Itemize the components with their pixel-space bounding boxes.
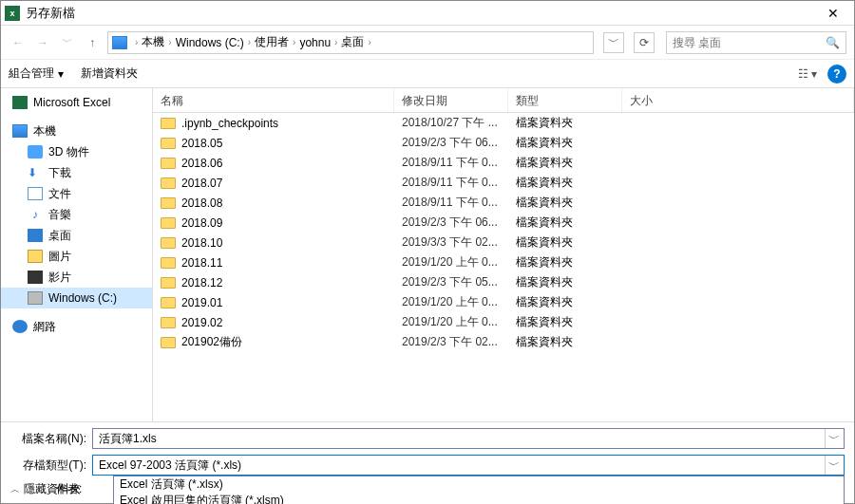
file-date: 2018/9/11 下午 0... [394, 175, 508, 191]
pc-icon [12, 124, 28, 138]
sidebar-item-excel[interactable]: Microsoft Excel [1, 92, 152, 113]
table-row[interactable]: 2018.082018/9/11 下午 0...檔案資料夾 [153, 193, 854, 213]
file-type: 檔案資料夾 [508, 314, 622, 330]
filetype-select[interactable]: Excel 97-2003 活頁簿 (*.xls) ﹀ [92, 455, 845, 476]
breadcrumb-label[interactable]: 桌面 [341, 34, 364, 50]
filename-input[interactable]: 活頁簿1.xls ﹀ [92, 428, 845, 449]
folder-icon [161, 237, 176, 249]
breadcrumb-label[interactable]: 本機 [142, 34, 164, 50]
save-panel: 檔案名稱(N): 活頁簿1.xls ﹀ 存檔類型(T): Excel 97-20… [1, 421, 854, 503]
folder-icon [161, 177, 176, 189]
file-date: 2019/1/20 上午 0... [394, 254, 508, 271]
pc-icon [112, 36, 127, 49]
file-type: 檔案資料夾 [508, 215, 622, 231]
file-type: 檔案資料夾 [508, 274, 622, 290]
filetype-dropdown-list[interactable]: Excel 活頁簿 (*.xlsx)Excel 啟用巨集的活頁簿 (*.xlsm… [113, 476, 845, 504]
column-type[interactable]: 類型 [508, 88, 622, 112]
column-date[interactable]: 修改日期 [394, 88, 508, 112]
sidebar-item-3d[interactable]: 3D 物件 [1, 141, 152, 162]
file-date: 2019/2/3 下午 06... [394, 215, 508, 231]
filetype-option[interactable]: Excel 活頁簿 (*.xlsx) [114, 476, 844, 493]
organize-label: 組合管理 [9, 65, 54, 82]
file-date: 2019/2/3 下午 02... [394, 334, 508, 350]
address-dropdown[interactable]: ﹀ [603, 32, 624, 53]
sidebar-item-label: 下載 [48, 165, 71, 181]
sidebar-item-label: Microsoft Excel [33, 96, 110, 109]
history-dropdown[interactable]: ﹀ [58, 33, 77, 52]
folder-icon [161, 158, 176, 169]
folder-icon [161, 138, 176, 149]
sidebar-item-network[interactable]: 網路 [1, 316, 152, 337]
chevron-right-icon: › [334, 37, 337, 47]
table-row[interactable]: 2018.122019/2/3 下午 05...檔案資料夾 [153, 272, 854, 292]
breadcrumb: yohnu [299, 36, 331, 49]
help-button[interactable]: ? [827, 65, 846, 84]
table-row[interactable]: 2019.012019/1/20 上午 0...檔案資料夾 [153, 292, 854, 312]
file-name: 2018.10 [181, 236, 222, 250]
breadcrumb-label[interactable]: Windows (C:) [176, 36, 244, 49]
sidebar-item-label: 圖片 [48, 249, 71, 265]
folder-icon [161, 297, 176, 308]
file-type: 檔案資料夾 [508, 115, 622, 131]
sidebar-item-label: 音樂 [48, 207, 71, 223]
file-name: 201902備份 [181, 334, 242, 350]
sidebar-item-desktop[interactable]: 桌面 [1, 225, 152, 246]
back-button[interactable]: ← [9, 33, 28, 52]
file-date: 2019/3/3 下午 02... [394, 234, 508, 251]
sidebar-item-thispc[interactable]: 本機 [1, 121, 152, 141]
sidebar-item-downloads[interactable]: ⬇ 下載 [1, 162, 152, 183]
file-name: 2019.02 [181, 316, 222, 329]
chevron-up-icon: ︿ [10, 483, 20, 496]
sidebar-item-documents[interactable]: 文件 [1, 183, 152, 204]
table-row[interactable]: 2018.092019/2/3 下午 06...檔案資料夾 [153, 213, 854, 233]
breadcrumb-label[interactable]: 使用者 [255, 34, 289, 50]
breadcrumb: 使用者 [255, 34, 289, 50]
sidebar-item-label: 文件 [48, 186, 71, 202]
table-row[interactable]: 2018.062018/9/11 下午 0...檔案資料夾 [153, 153, 854, 173]
table-row[interactable]: 2018.102019/3/3 下午 02...檔案資料夾 [153, 233, 854, 252]
table-row[interactable]: 2018.112019/1/20 上午 0...檔案資料夾 [153, 252, 854, 272]
table-row[interactable]: .ipynb_checkpoints2018/10/27 下午 ...檔案資料夾 [153, 113, 854, 133]
file-name: 2018.05 [181, 137, 222, 150]
file-date: 2019/1/20 上午 0... [394, 294, 508, 310]
organize-button[interactable]: 組合管理 ▾ [9, 65, 64, 82]
address-bar[interactable]: › 本機 › Windows (C:) › 使用者 › yohnu › 桌面 › [107, 31, 594, 54]
breadcrumb-label[interactable]: yohnu [299, 36, 331, 49]
file-name: 2018.12 [181, 276, 222, 289]
table-row[interactable]: 201902備份2019/2/3 下午 02...檔案資料夾 [153, 332, 854, 352]
table-row[interactable]: 2019.022019/1/20 上午 0...檔案資料夾 [153, 312, 854, 332]
file-date: 2018/9/11 下午 0... [394, 155, 508, 171]
hide-folders-toggle[interactable]: ︿ 隱藏資料夾 [1, 476, 90, 503]
sidebar-item-drive-c[interactable]: Windows (C:) [1, 288, 152, 308]
folder-icon [161, 277, 176, 289]
file-type: 檔案資料夾 [508, 254, 622, 271]
navbar: ← → ﹀ ↑ › 本機 › Windows (C:) › 使用者 › yohn… [1, 26, 854, 60]
up-button[interactable]: ↑ [83, 33, 102, 52]
filetype-label: 存檔類型(T): [10, 457, 86, 474]
column-size[interactable]: 大小 [622, 88, 854, 112]
close-button[interactable]: ✕ [816, 6, 850, 21]
filename-label: 檔案名稱(N): [10, 431, 86, 447]
chevron-down-icon[interactable]: ﹀ [825, 456, 842, 475]
search-box[interactable]: 🔍 [666, 31, 846, 54]
sidebar-item-videos[interactable]: 影片 [1, 267, 152, 288]
file-list: 名稱 修改日期 類型 大小 .ipynb_checkpoints2018/10/… [153, 88, 854, 421]
sidebar-item-music[interactable]: ♪ 音樂 [1, 204, 152, 225]
excel-icon [12, 96, 28, 109]
view-mode-button[interactable]: ☷ ▾ [795, 65, 820, 84]
refresh-button[interactable]: ⟳ [634, 32, 655, 53]
column-name[interactable]: 名稱 [153, 88, 394, 112]
new-folder-button[interactable]: 新增資料夾 [81, 65, 138, 82]
forward-button[interactable]: → [33, 33, 52, 52]
filetype-option[interactable]: Excel 啟用巨集的活頁簿 (*.xlsm) [114, 493, 844, 504]
file-date: 2019/1/20 上午 0... [394, 314, 508, 330]
table-row[interactable]: 2018.072018/9/11 下午 0...檔案資料夾 [153, 173, 854, 193]
search-input[interactable] [673, 36, 822, 49]
sidebar-item-pictures[interactable]: 圖片 [1, 246, 152, 267]
chevron-down-icon[interactable]: ﹀ [825, 429, 842, 448]
file-name: 2018.06 [181, 157, 222, 170]
file-name: 2018.07 [181, 177, 222, 190]
toolbar: 組合管理 ▾ 新增資料夾 ☷ ▾ ? [1, 60, 854, 88]
folder-icon [161, 118, 176, 129]
table-row[interactable]: 2018.052019/2/3 下午 06...檔案資料夾 [153, 133, 854, 153]
